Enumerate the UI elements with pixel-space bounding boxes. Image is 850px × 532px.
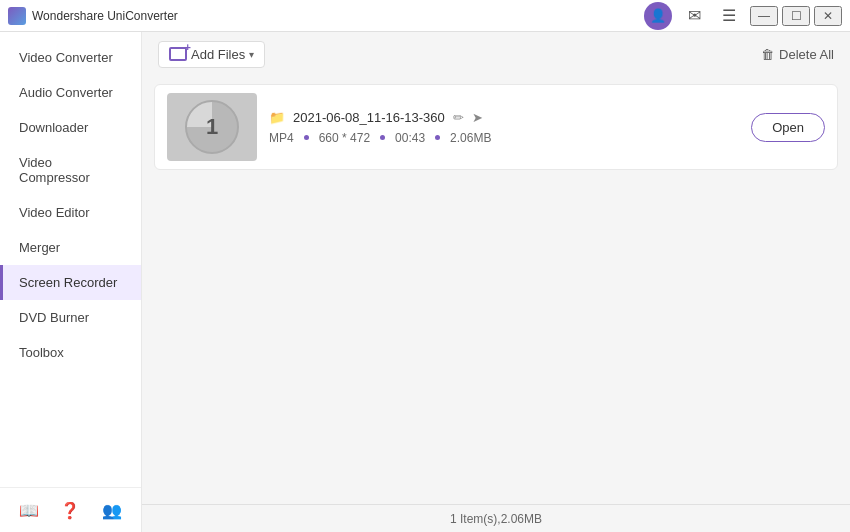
sidebar-nav: Video Converter Audio Converter Download… — [0, 32, 141, 487]
trash-icon: 🗑 — [761, 47, 774, 62]
mail-icon[interactable]: ✉ — [680, 2, 708, 30]
sidebar-item-video-compressor[interactable]: Video Compressor — [0, 145, 141, 195]
book-icon[interactable]: 📖 — [17, 498, 41, 522]
sidebar-item-dvd-burner[interactable]: DVD Burner — [0, 300, 141, 335]
sidebar-item-screen-recorder[interactable]: Screen Recorder — [0, 265, 141, 300]
sidebar-item-audio-converter[interactable]: Audio Converter — [0, 75, 141, 110]
sidebar-item-merger[interactable]: Merger — [0, 230, 141, 265]
titlebar-icons: 👤 ✉ ☰ — [644, 2, 742, 30]
file-size: 2.06MB — [450, 131, 491, 145]
table-row: 1 📁 2021-06-08_11-16-13-360 ✏ ➤ MP4 660 … — [154, 84, 838, 170]
toolbar-left: Add Files ▾ — [158, 41, 265, 68]
sidebar-item-video-editor[interactable]: Video Editor — [0, 195, 141, 230]
file-duration: 00:43 — [395, 131, 425, 145]
sidebar: Video Converter Audio Converter Download… — [0, 32, 142, 532]
sidebar-footer: 📖 ❓ 👥 — [0, 487, 141, 532]
file-format: MP4 — [269, 131, 294, 145]
sidebar-item-downloader[interactable]: Downloader — [0, 110, 141, 145]
file-list: 1 📁 2021-06-08_11-16-13-360 ✏ ➤ MP4 660 … — [142, 76, 850, 504]
meta-dot-1 — [304, 135, 309, 140]
file-resolution: 660 * 472 — [319, 131, 370, 145]
sidebar-item-toolbox[interactable]: Toolbox — [0, 335, 141, 370]
delete-all-button[interactable]: 🗑 Delete All — [761, 47, 834, 62]
meta-dot-3 — [435, 135, 440, 140]
add-file-icon — [169, 47, 187, 61]
sidebar-item-video-converter[interactable]: Video Converter — [0, 40, 141, 75]
help-icon[interactable]: ❓ — [58, 498, 82, 522]
close-button[interactable]: ✕ — [814, 6, 842, 26]
chevron-down-icon: ▾ — [249, 49, 254, 60]
menu-icon[interactable]: ☰ — [722, 6, 736, 25]
users-icon[interactable]: 👥 — [100, 498, 124, 522]
main-content: Add Files ▾ 🗑 Delete All 1 📁 2021-06-08_… — [142, 32, 850, 532]
meta-dot-2 — [380, 135, 385, 140]
file-thumbnail: 1 — [167, 93, 257, 161]
app-logo — [8, 7, 26, 25]
status-text: 1 Item(s),2.06MB — [450, 512, 542, 526]
titlebar: Wondershare UniConverter 👤 ✉ ☰ — ☐ ✕ — [0, 0, 850, 32]
folder-icon: 📁 — [269, 110, 285, 125]
user-avatar-icon[interactable]: 👤 — [644, 2, 672, 30]
file-info: 📁 2021-06-08_11-16-13-360 ✏ ➤ MP4 660 * … — [269, 110, 739, 145]
open-button[interactable]: Open — [751, 113, 825, 142]
toolbar: Add Files ▾ 🗑 Delete All — [142, 32, 850, 76]
share-icon[interactable]: ➤ — [472, 110, 483, 125]
edit-icon[interactable]: ✏ — [453, 110, 464, 125]
app-body: Video Converter Audio Converter Download… — [0, 32, 850, 532]
file-name-label: 2021-06-08_11-16-13-360 — [293, 110, 445, 125]
status-bar: 1 Item(s),2.06MB — [142, 504, 850, 532]
thumbnail-number: 1 — [185, 100, 239, 154]
app-title: Wondershare UniConverter — [32, 9, 644, 23]
file-name-row: 📁 2021-06-08_11-16-13-360 ✏ ➤ — [269, 110, 739, 125]
window-controls: — ☐ ✕ — [750, 6, 842, 26]
maximize-button[interactable]: ☐ — [782, 6, 810, 26]
minimize-button[interactable]: — — [750, 6, 778, 26]
add-files-button[interactable]: Add Files ▾ — [158, 41, 265, 68]
file-meta: MP4 660 * 472 00:43 2.06MB — [269, 131, 739, 145]
